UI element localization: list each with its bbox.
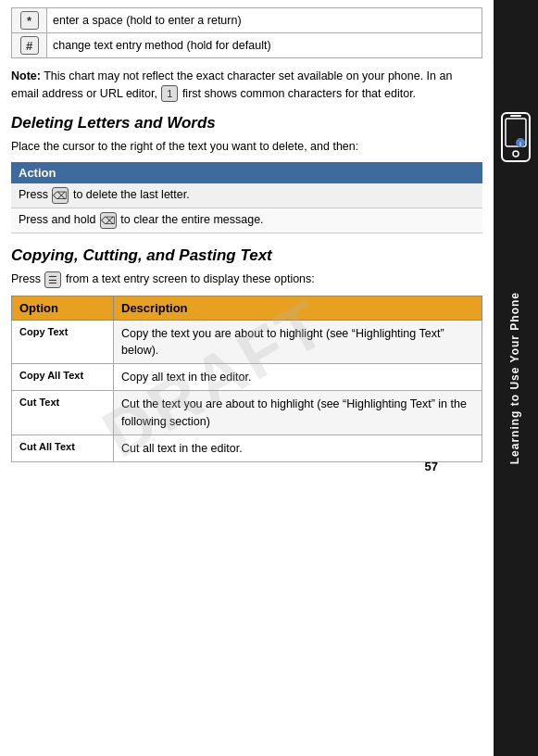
action-row-2: Press and hold ⌫ to clear the entire mes… <box>11 208 482 233</box>
deleting-section: Deleting Letters and Words Place the cur… <box>11 114 482 234</box>
copying-heading: Copying, Cutting, and Pasting Text <box>11 246 482 265</box>
key-cell-star: * <box>12 8 47 33</box>
copying-intro: Press ☰ from a text entry screen to disp… <box>11 271 482 288</box>
key-table: * enter a space (hold to enter a return)… <box>11 7 482 58</box>
note-section: Note: This chart may not reflect the exa… <box>11 68 482 103</box>
action-col-header: Action <box>11 162 482 183</box>
copying-intro-after: from a text entry screen to display thes… <box>62 272 314 285</box>
option-label-copy-text: Copy Text <box>12 321 114 364</box>
option-desc-copy-text: Copy the text you are about to highlight… <box>114 321 482 364</box>
action-row-1: Press ⌫ to delete the last letter. <box>11 183 482 208</box>
table-row: # change text entry method (hold for def… <box>12 33 482 58</box>
main-content: * enter a space (hold to enter a return)… <box>0 0 494 483</box>
option-label-cut-text: Cut Text <box>12 391 114 435</box>
action-cell-2: Press and hold ⌫ to clear the entire mes… <box>11 208 482 233</box>
menu-key: ☰ <box>44 271 61 288</box>
option-desc-cut-all: Cut all text in the editor. <box>114 435 482 461</box>
option-col-header: Option <box>12 296 114 321</box>
option-label-copy-all: Copy All Text <box>12 364 114 391</box>
page-number: 57 <box>425 460 438 473</box>
backspace-key-1: ⌫ <box>52 187 69 204</box>
action-text-after-1: to delete the last letter. <box>69 189 189 202</box>
copying-section: Copying, Cutting, and Pasting Text Press… <box>11 246 482 462</box>
action-text-after-2: to clear the entire message. <box>118 214 264 227</box>
desc-cell-hash: change text entry method (hold for defau… <box>47 33 482 58</box>
key-cell-hash: # <box>12 33 47 58</box>
option-row-copy-text: Copy Text Copy the text you are about to… <box>12 321 482 364</box>
sidebar-tab: i Learning to Use Your Phone <box>494 0 538 756</box>
action-text-before-1: Press <box>19 189 51 202</box>
phone-icon: i <box>498 111 533 163</box>
option-row-cut-all: Cut All Text Cut all text in the editor. <box>12 435 482 461</box>
action-table: Action Press ⌫ to delete the last letter… <box>11 162 482 233</box>
option-label-cut-all: Cut All Text <box>12 435 114 461</box>
option-row-copy-all: Copy All Text Copy all text in the edito… <box>12 364 482 391</box>
note-key-1: 1 <box>161 85 178 102</box>
star-key: * <box>20 11 39 30</box>
option-row-cut-text: Cut Text Cut the text you are about to h… <box>12 391 482 435</box>
hash-key: # <box>20 36 39 55</box>
options-table: Option Description Copy Text Copy the te… <box>11 296 482 462</box>
sidebar-label: Learning to Use Your Phone <box>508 292 523 464</box>
option-desc-cut-text: Cut the text you are about to highlight … <box>114 391 482 435</box>
svg-rect-3 <box>510 115 521 117</box>
page-container: DRAFT i Learning to Use Your Phone * <box>0 0 538 756</box>
deleting-intro: Place the cursor to the right of the tex… <box>11 138 482 156</box>
table-row: * enter a space (hold to enter a return) <box>12 8 482 33</box>
deleting-heading: Deleting Letters and Words <box>11 114 482 132</box>
backspace-key-2: ⌫ <box>100 212 117 229</box>
action-cell-1: Press ⌫ to delete the last letter. <box>11 183 482 208</box>
description-col-header: Description <box>114 296 482 321</box>
option-desc-copy-all: Copy all text in the editor. <box>114 364 482 391</box>
svg-text:i: i <box>519 141 521 147</box>
note-label: Note: <box>11 69 41 82</box>
note-text2: first shows common characters for that e… <box>179 87 416 100</box>
action-text-before-2: Press and hold <box>19 214 99 227</box>
copying-intro-before: Press <box>11 272 44 285</box>
desc-cell-star: enter a space (hold to enter a return) <box>47 8 482 33</box>
svg-point-2 <box>513 151 519 157</box>
